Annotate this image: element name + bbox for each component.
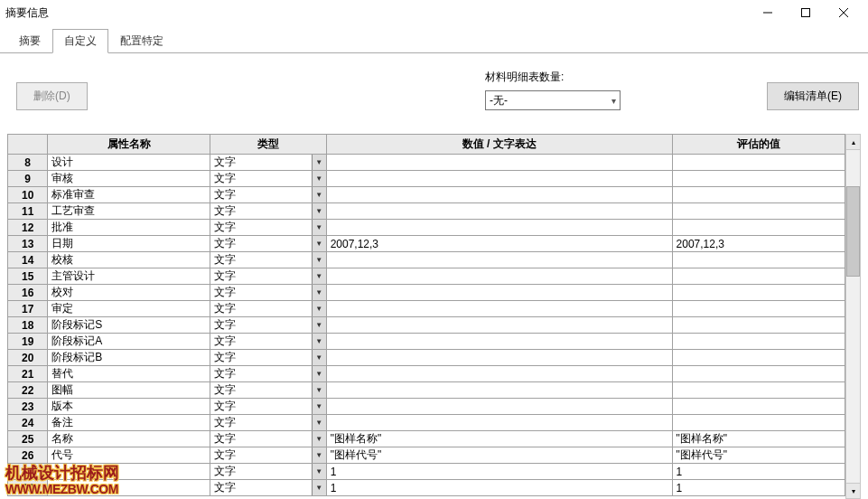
cell-name[interactable]: 工艺审查 [48, 203, 210, 220]
cell-name[interactable] [48, 464, 210, 480]
cell-name[interactable]: 校核 [48, 252, 210, 268]
cell-name[interactable]: 审核 [48, 171, 210, 187]
chevron-down-icon[interactable]: ▼ [312, 220, 326, 235]
chevron-down-icon[interactable]: ▼ [312, 317, 326, 333]
scroll-up-icon[interactable]: ▴ [846, 135, 860, 150]
chevron-down-icon[interactable]: ▼ [312, 415, 326, 430]
chevron-down-icon[interactable]: ▼ [312, 382, 326, 398]
scroll-down-icon[interactable]: ▾ [846, 483, 860, 498]
chevron-down-icon[interactable]: ▼ [312, 171, 326, 186]
table-row[interactable]: 10标准审查文字▼ [8, 187, 845, 203]
chevron-down-icon[interactable]: ▼ [312, 334, 326, 349]
cell-value[interactable] [326, 268, 672, 285]
chevron-down-icon[interactable]: ▼ [312, 447, 326, 463]
cell-type[interactable]: 文字▼ [210, 171, 326, 187]
delete-button[interactable]: 删除(D) [16, 82, 88, 110]
table-row[interactable]: 24备注文字▼ [8, 415, 845, 431]
cell-type[interactable]: 文字▼ [210, 480, 326, 496]
cell-value[interactable] [326, 317, 672, 334]
cell-name[interactable]: 阶段标记A [48, 334, 210, 350]
cell-name[interactable]: 日期 [48, 236, 210, 252]
cell-type[interactable]: 文字▼ [210, 317, 326, 334]
cell-type[interactable]: 文字▼ [210, 285, 326, 301]
chevron-down-icon[interactable]: ▼ [312, 236, 326, 251]
cell-name[interactable]: 备注 [48, 415, 210, 431]
cell-type[interactable]: 文字▼ [210, 252, 326, 268]
cell-name[interactable]: 名称 [48, 431, 210, 447]
cell-name[interactable]: 设计 [48, 155, 210, 171]
chevron-down-icon[interactable]: ▼ [312, 350, 326, 365]
cell-name[interactable]: 版本 [48, 399, 210, 415]
cell-name[interactable]: 主管设计 [48, 268, 210, 285]
cell-type[interactable]: 文字▼ [210, 399, 326, 415]
minimize-button[interactable] [749, 0, 787, 25]
table-row[interactable]: 21替代文字▼ [8, 366, 845, 382]
cell-name[interactable]: 阶段标记S [48, 317, 210, 334]
cell-value[interactable] [326, 203, 672, 220]
cell-value[interactable] [326, 301, 672, 317]
chevron-down-icon[interactable]: ▼ [312, 187, 326, 202]
edit-list-button[interactable]: 编辑清单(E) [767, 82, 859, 110]
cell-type[interactable]: 文字▼ [210, 203, 326, 220]
bom-select[interactable]: -无- ▾ [485, 90, 621, 110]
chevron-down-icon[interactable]: ▼ [312, 252, 326, 268]
chevron-down-icon[interactable]: ▼ [312, 203, 326, 219]
cell-value[interactable] [326, 366, 672, 382]
chevron-down-icon[interactable]: ▼ [312, 480, 326, 495]
chevron-down-icon[interactable]: ▼ [312, 366, 326, 381]
cell-type[interactable]: 文字▼ [210, 187, 326, 203]
cell-value[interactable] [326, 382, 672, 399]
cell-type[interactable]: 文字▼ [210, 301, 326, 317]
table-row[interactable]: 20阶段标记B文字▼ [8, 350, 845, 366]
chevron-down-icon[interactable]: ▼ [312, 464, 326, 479]
cell-name[interactable]: 标准审查 [48, 187, 210, 203]
table-row[interactable]: 9审核文字▼ [8, 171, 845, 187]
table-row[interactable]: 12批准文字▼ [8, 220, 845, 236]
cell-type[interactable]: 文字▼ [210, 366, 326, 382]
cell-value[interactable] [326, 415, 672, 431]
cell-type[interactable]: 文字▼ [210, 155, 326, 171]
cell-name[interactable]: 替代 [48, 366, 210, 382]
cell-name[interactable]: 批准 [48, 220, 210, 236]
cell-type[interactable]: 文字▼ [210, 268, 326, 285]
cell-type[interactable]: 文字▼ [210, 447, 326, 464]
cell-type[interactable]: 文字▼ [210, 382, 326, 399]
chevron-down-icon[interactable]: ▼ [312, 155, 326, 170]
cell-name[interactable]: 校对 [48, 285, 210, 301]
cell-type[interactable]: 文字▼ [210, 415, 326, 431]
cell-type[interactable]: 文字▼ [210, 431, 326, 447]
cell-value[interactable] [326, 285, 672, 301]
chevron-down-icon[interactable]: ▼ [312, 268, 326, 284]
table-row[interactable]: 16校对文字▼ [8, 285, 845, 301]
table-row[interactable]: 15主管设计文字▼ [8, 268, 845, 285]
cell-value[interactable]: 1 [326, 464, 672, 480]
table-row[interactable]: 22图幅文字▼ [8, 382, 845, 399]
cell-value[interactable] [326, 155, 672, 171]
chevron-down-icon[interactable]: ▼ [312, 431, 326, 447]
cell-name[interactable]: 代号 [48, 447, 210, 464]
table-row[interactable]: 26代号文字▼"图样代号""图样代号" [8, 447, 845, 464]
cell-type[interactable]: 文字▼ [210, 220, 326, 236]
cell-type[interactable]: 文字▼ [210, 464, 326, 480]
cell-value[interactable]: "图样名称" [326, 431, 672, 447]
chevron-down-icon[interactable]: ▼ [312, 285, 326, 300]
cell-type[interactable]: 文字▼ [210, 334, 326, 350]
cell-value[interactable]: 1 [326, 480, 672, 496]
table-row[interactable]: 25名称文字▼"图样名称""图样名称" [8, 431, 845, 447]
tab-custom[interactable]: 自定义 [52, 29, 108, 53]
tab-config[interactable]: 配置特定 [108, 29, 175, 52]
close-button[interactable] [825, 0, 863, 25]
cell-value[interactable]: "图样代号" [326, 447, 672, 464]
cell-name[interactable]: 图幅 [48, 382, 210, 399]
table-row[interactable]: 13日期文字▼2007,12,32007,12,3 [8, 236, 845, 252]
cell-name[interactable]: 审定 [48, 301, 210, 317]
table-row[interactable]: 23版本文字▼ [8, 399, 845, 415]
cell-value[interactable] [326, 334, 672, 350]
table-row[interactable]: 28文字▼11 [8, 480, 845, 496]
table-row[interactable]: 11工艺审查文字▼ [8, 203, 845, 220]
cell-value[interactable] [326, 187, 672, 203]
tab-summary[interactable]: 摘要 [7, 29, 52, 52]
table-row[interactable]: 19阶段标记A文字▼ [8, 334, 845, 350]
cell-type[interactable]: 文字▼ [210, 350, 326, 366]
table-row[interactable]: 27文字▼11 [8, 464, 845, 480]
